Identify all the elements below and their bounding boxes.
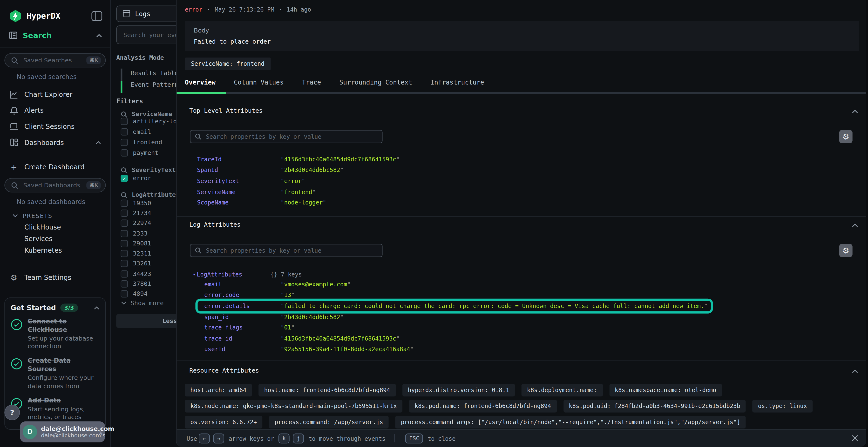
filter-option[interactable]: ✓error: [121, 173, 151, 184]
top-level-search-field[interactable]: [205, 133, 377, 140]
get-started-step-sources[interactable]: Create Data Sources Configure where your…: [10, 357, 100, 390]
sidebar-item-search[interactable]: Search: [0, 23, 110, 47]
sidebar-item-client-sessions[interactable]: Client Sessions: [4, 118, 105, 134]
chevron-up-icon[interactable]: [851, 223, 859, 227]
step-desc: Set up your database connection: [28, 335, 100, 351]
tab-overview[interactable]: Overview: [185, 78, 216, 86]
sidebar-collapse-icon[interactable]: [91, 11, 102, 21]
checkbox[interactable]: [121, 220, 128, 227]
checkbox[interactable]: [121, 230, 128, 237]
attribute-row: ServiceName"frontend": [197, 186, 400, 197]
tree-root-key[interactable]: LogAttributes: [197, 271, 270, 278]
checkbox[interactable]: [121, 128, 128, 136]
resource-chip[interactable]: hyperdx.distro.version: 0.8.1: [402, 384, 515, 397]
caret-down-icon[interactable]: ▾: [193, 271, 195, 277]
show-more-toggle[interactable]: Show more: [121, 300, 164, 307]
resource-chip[interactable]: k8s.pod.name: frontend-6b6c8d7bfd-ng894: [409, 400, 557, 413]
log-attributes-search-field[interactable]: [205, 247, 377, 254]
filter-group-severitytext[interactable]: SeverityText: [121, 166, 176, 174]
mode-event-patterns[interactable]: Event Patterns: [131, 81, 182, 89]
attribute-key[interactable]: SeverityText: [197, 177, 281, 184]
checkbox[interactable]: [121, 240, 128, 247]
saved-searches-field[interactable]: [22, 56, 87, 64]
checkbox[interactable]: [121, 280, 128, 287]
checkbox[interactable]: [121, 209, 128, 217]
tab-column-values[interactable]: Column Values: [234, 78, 284, 86]
get-started-step-add-data[interactable]: Add Data Start sending logs, metrics, or…: [10, 397, 100, 422]
attribute-key[interactable]: email: [204, 281, 281, 287]
tab-trace[interactable]: Trace: [302, 78, 321, 86]
resource-chip[interactable]: k8s.pod.uid: f284fb2d-a0b3-4634-991b-e2c…: [563, 400, 746, 413]
attribute-key[interactable]: ServiceName: [197, 188, 281, 195]
resource-chip[interactable]: os.type: linux: [752, 400, 812, 413]
resource-chip[interactable]: host.arch: amd64: [185, 384, 252, 397]
filter-option[interactable]: 19350: [121, 198, 151, 208]
checkbox[interactable]: [121, 118, 128, 125]
checkbox[interactable]: [121, 250, 128, 257]
preset-clickhouse[interactable]: ClickHouse: [24, 221, 105, 233]
resource-chip[interactable]: k8s.namespace.name: otel-demo: [609, 384, 722, 397]
log-attributes-search[interactable]: [190, 244, 382, 257]
top-level-settings-button[interactable]: ⚙: [839, 130, 852, 143]
attribute-key[interactable]: ScopeName: [197, 199, 281, 206]
sidebar-item-dashboards[interactable]: Dashboards: [4, 134, 105, 150]
attribute-key[interactable]: userId: [204, 346, 281, 353]
tab-surrounding-context[interactable]: Surrounding Context: [339, 78, 412, 86]
chevron-up-icon[interactable]: [96, 33, 102, 37]
resource-chip[interactable]: k8s.deployment.name:: [522, 384, 602, 397]
mode-results-table[interactable]: Results Table: [131, 70, 179, 77]
filter-group-logattributes[interactable]: LogAttributes: [121, 191, 180, 199]
presets-toggle[interactable]: PRESETS: [12, 212, 106, 219]
filter-option[interactable]: 32311: [121, 248, 151, 259]
gear-icon: ⚙: [842, 246, 849, 255]
resource-chip[interactable]: os.version: 6.6.72+: [185, 416, 262, 429]
saved-dashboards-field[interactable]: [22, 181, 87, 189]
checkbox[interactable]: [121, 149, 128, 157]
resource-chip[interactable]: process.command: /app/server.js: [269, 416, 389, 429]
user-menu[interactable]: D dale@clickhouse.com dale@clickhouse.co…: [20, 421, 105, 442]
service-name-chip[interactable]: ServiceName: frontend: [185, 58, 271, 70]
attribute-key[interactable]: TraceId: [197, 156, 281, 163]
checkbox[interactable]: [121, 270, 128, 277]
saved-searches-input[interactable]: ⌘K: [4, 53, 105, 67]
checkbox[interactable]: [121, 199, 128, 207]
sidebar-item-alerts[interactable]: Alerts: [4, 102, 105, 118]
attribute-key[interactable]: trace_id: [204, 335, 281, 342]
filter-option[interactable]: 29081: [121, 238, 151, 248]
checkbox[interactable]: [121, 139, 128, 146]
resource-chip[interactable]: process.command args: ["/usr/local/bin/n…: [395, 416, 746, 429]
tab-infrastructure[interactable]: Infrastructure: [430, 78, 484, 86]
preset-kubernetes[interactable]: Kubernetes: [24, 244, 105, 256]
checkbox-checked[interactable]: ✓: [121, 175, 128, 182]
filter-option[interactable]: 22974: [121, 218, 151, 228]
close-button[interactable]: [851, 435, 859, 442]
chevron-up-icon[interactable]: [95, 140, 101, 144]
filter-option[interactable]: 37801: [121, 279, 151, 289]
help-button[interactable]: ?: [4, 405, 20, 420]
attribute-key[interactable]: SpanId: [197, 167, 281, 173]
checkbox[interactable]: [121, 290, 128, 298]
filter-option[interactable]: 2333: [121, 228, 151, 238]
filter-option[interactable]: 34423: [121, 269, 151, 279]
chevron-up-icon[interactable]: [851, 369, 859, 373]
attribute-key[interactable]: trace_flags: [204, 324, 281, 331]
resource-chip[interactable]: k8s.node.name: gke-pme-k8s-standard-main…: [185, 400, 402, 413]
log-attributes-settings-button[interactable]: ⚙: [839, 244, 852, 257]
filter-option[interactable]: 21734: [121, 208, 151, 218]
saved-dashboards-input[interactable]: ⌘K: [4, 178, 105, 193]
filter-option[interactable]: 33261: [121, 259, 151, 269]
get-started-step-connect[interactable]: Connect to ClickHouse Set up your databa…: [10, 317, 100, 351]
attribute-key[interactable]: error.code: [204, 291, 281, 299]
get-started-header[interactable]: Get Started 3/3: [10, 304, 100, 312]
sidebar-item-chart-explorer[interactable]: Chart Explorer: [4, 86, 105, 102]
create-dashboard-button[interactable]: + Create Dashboard: [4, 159, 105, 175]
checkbox[interactable]: [121, 260, 128, 267]
chevron-up-icon[interactable]: [851, 109, 859, 113]
attribute-key[interactable]: error.details: [204, 303, 281, 309]
preset-services[interactable]: Services: [24, 233, 105, 244]
filter-option[interactable]: 4894: [121, 289, 151, 299]
attribute-key[interactable]: span_id: [204, 313, 281, 320]
top-level-search[interactable]: [190, 130, 382, 143]
sidebar-item-team-settings[interactable]: ⚙ Team Settings: [4, 269, 105, 285]
resource-chip[interactable]: host.name: frontend-6b6c8d7bfd-ng894: [259, 384, 396, 397]
